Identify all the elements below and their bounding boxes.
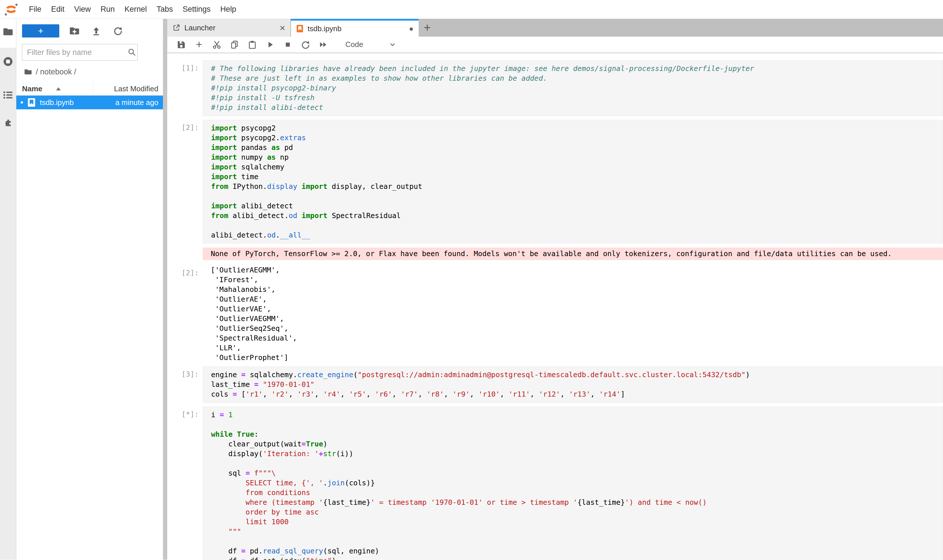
cell-type-select[interactable]: Code: [345, 40, 363, 49]
cut-cells-icon[interactable]: [211, 39, 222, 50]
main-area: Launcher × tsdb.ipynb ● + +: [167, 19, 943, 560]
menu-item-help[interactable]: Help: [215, 5, 241, 14]
file-browser-icon[interactable]: [3, 26, 14, 37]
cell-code: [*]:i = 1 while True: clear_output(wait=…: [167, 407, 943, 560]
filter-files-input[interactable]: [22, 44, 138, 61]
jupyter-logo: [4, 2, 19, 17]
cell-prompt: [167, 248, 203, 260]
copy-cells-icon[interactable]: [229, 39, 240, 50]
breadcrumb[interactable]: / notebook /: [24, 68, 163, 76]
file-list-header: Name Last Modified: [16, 82, 163, 95]
menu-bar: FileEditViewRunKernelTabsSettingsHelp: [0, 0, 943, 19]
cell-prompt: [*]:: [167, 407, 203, 560]
notebook-icon: [296, 24, 304, 33]
menu-item-tabs[interactable]: Tabs: [152, 5, 178, 14]
cell-input-editor[interactable]: i = 1 while True: clear_output(wait=True…: [203, 407, 943, 560]
new-folder-icon[interactable]: [68, 24, 81, 37]
running-sessions-icon[interactable]: [3, 56, 14, 67]
cell-input-editor[interactable]: engine = sqlalchemy.create_engine("postg…: [203, 366, 943, 403]
notebook-toolbar: +: [167, 37, 943, 53]
cell-input-editor[interactable]: import psycopg2import psycopg2.extrasimp…: [203, 120, 943, 243]
activity-bar: [0, 19, 16, 560]
cell-code: [3]:engine = sqlalchemy.create_engine("p…: [167, 366, 943, 403]
new-tab-button[interactable]: +: [419, 19, 436, 37]
cell-prompt: [1]:: [167, 60, 203, 116]
breadcrumb-path: / notebook /: [36, 68, 76, 76]
file-browser-toolbar: +: [16, 19, 163, 40]
sort-ascending-icon: [56, 87, 61, 91]
cell-prompt: [2]:: [167, 265, 203, 363]
file-row[interactable]: •tsdb.ipynba minute ago: [16, 95, 163, 109]
column-name[interactable]: Name: [16, 85, 93, 93]
tab-label: Launcher: [184, 23, 215, 32]
cell-result: [2]:['OutlierAEGMM', 'IForest', 'Mahalan…: [167, 265, 943, 363]
close-tab-icon[interactable]: ×: [279, 23, 285, 32]
paste-cells-icon[interactable]: [247, 39, 258, 50]
menu-item-file[interactable]: File: [24, 5, 46, 14]
extension-manager-icon[interactable]: [3, 118, 14, 128]
tab-label: tsdb.ipynb: [307, 24, 342, 33]
add-cell-icon[interactable]: +: [194, 39, 204, 50]
cell-prompt: [3]:: [167, 366, 203, 403]
unsaved-changes-dot: ●: [409, 24, 414, 33]
chevron-down-icon[interactable]: [387, 39, 398, 50]
run-cell-icon[interactable]: [265, 39, 275, 50]
tab-bar: Launcher × tsdb.ipynb ● +: [167, 19, 943, 37]
stderr-output: None of PyTorch, TensorFlow >= 2.0, or F…: [203, 248, 943, 260]
cell-stderr: None of PyTorch, TensorFlow >= 2.0, or F…: [167, 248, 943, 260]
cell-prompt: [2]:: [167, 120, 203, 243]
save-icon[interactable]: [176, 39, 187, 50]
interrupt-kernel-icon[interactable]: [282, 39, 293, 50]
launcher-icon: [172, 24, 181, 32]
menu-item-run[interactable]: Run: [96, 5, 120, 14]
menu-item-view[interactable]: View: [69, 5, 96, 14]
tab-notebook[interactable]: tsdb.ipynb ●: [291, 19, 419, 37]
running-dot: •: [18, 98, 25, 107]
home-folder-icon: [24, 68, 32, 76]
file-name: tsdb.ipynb: [40, 98, 116, 107]
menu-item-edit[interactable]: Edit: [46, 5, 69, 14]
sidebar-scrollbar[interactable]: [163, 19, 167, 560]
column-last-modified[interactable]: Last Modified: [93, 82, 163, 95]
notebook-content: [1]:# The following libraries have alrea…: [167, 53, 943, 560]
cell-input-editor[interactable]: # The following libraries have already b…: [203, 60, 943, 116]
table-of-contents-icon[interactable]: [3, 89, 14, 100]
menu-item-kernel[interactable]: Kernel: [120, 5, 152, 14]
restart-run-all-icon[interactable]: [318, 39, 329, 50]
notebook-icon: [27, 98, 36, 107]
execute-result-output: ['OutlierAEGMM', 'IForest', 'Mahalanobis…: [203, 265, 943, 363]
tab-launcher[interactable]: Launcher ×: [167, 19, 291, 37]
upload-icon[interactable]: [90, 24, 103, 37]
file-browser-panel: +: [16, 19, 163, 560]
file-last-modified: a minute ago: [116, 98, 163, 107]
new-launcher-button[interactable]: +: [22, 24, 59, 37]
cell-code: [2]:import psycopg2import psycopg2.extra…: [167, 120, 943, 243]
menu-item-settings[interactable]: Settings: [178, 5, 216, 14]
cell-code: [1]:# The following libraries have alrea…: [167, 60, 943, 116]
restart-kernel-icon[interactable]: [300, 39, 311, 50]
file-list: •tsdb.ipynba minute ago: [16, 95, 163, 109]
refresh-icon[interactable]: [111, 24, 125, 37]
search-icon: [127, 48, 137, 57]
